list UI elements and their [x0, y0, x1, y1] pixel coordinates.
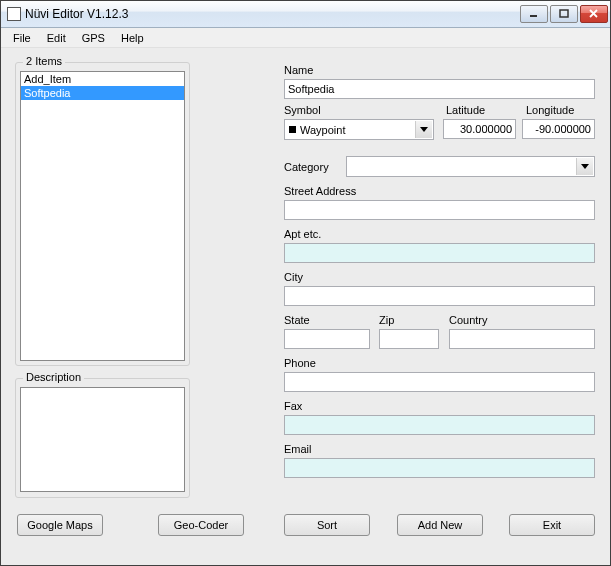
description-label: Description	[23, 371, 84, 383]
name-input[interactable]	[284, 79, 595, 99]
app-icon	[7, 7, 21, 21]
menubar: File Edit GPS Help	[1, 28, 610, 48]
menu-gps[interactable]: GPS	[74, 30, 113, 46]
description-textarea[interactable]	[20, 387, 185, 492]
items-count-label: 2 Items	[23, 55, 65, 67]
google-maps-button[interactable]: Google Maps	[17, 514, 103, 536]
symbol-value: Waypoint	[300, 124, 345, 136]
client-area: 2 Items Add_Item Softpedia Description N…	[1, 48, 610, 566]
chevron-down-icon	[576, 158, 593, 175]
email-input[interactable]	[284, 458, 595, 478]
maximize-button[interactable]	[550, 5, 578, 23]
menu-file[interactable]: File	[5, 30, 39, 46]
zip-label: Zip	[379, 314, 394, 326]
state-input[interactable]	[284, 329, 370, 349]
fax-input[interactable]	[284, 415, 595, 435]
city-input[interactable]	[284, 286, 595, 306]
apt-input[interactable]	[284, 243, 595, 263]
street-input[interactable]	[284, 200, 595, 220]
country-input[interactable]	[449, 329, 595, 349]
minimize-button[interactable]	[520, 5, 548, 23]
svg-rect-1	[560, 10, 568, 17]
list-item[interactable]: Add_Item	[21, 72, 184, 86]
latitude-input[interactable]	[443, 119, 516, 139]
close-button[interactable]	[580, 5, 608, 23]
menu-edit[interactable]: Edit	[39, 30, 74, 46]
symbol-label: Symbol	[284, 104, 321, 116]
longitude-input[interactable]	[522, 119, 595, 139]
list-item[interactable]: Softpedia	[21, 86, 184, 100]
symbol-combo[interactable]: Waypoint	[284, 119, 434, 140]
sort-button[interactable]: Sort	[284, 514, 370, 536]
city-label: City	[284, 271, 303, 283]
svg-marker-5	[581, 164, 589, 169]
phone-label: Phone	[284, 357, 316, 369]
street-label: Street Address	[284, 185, 356, 197]
fax-label: Fax	[284, 400, 302, 412]
apt-label: Apt etc.	[284, 228, 321, 240]
name-label: Name	[284, 64, 313, 76]
country-label: Country	[449, 314, 488, 326]
phone-input[interactable]	[284, 372, 595, 392]
add-new-button[interactable]: Add New	[397, 514, 483, 536]
email-label: Email	[284, 443, 312, 455]
window-controls	[520, 5, 608, 23]
items-group: 2 Items Add_Item Softpedia	[15, 62, 190, 366]
state-label: State	[284, 314, 310, 326]
maximize-icon	[559, 9, 569, 19]
close-icon	[589, 9, 599, 19]
category-label: Category	[284, 161, 329, 173]
exit-button[interactable]: Exit	[509, 514, 595, 536]
category-combo[interactable]	[346, 156, 595, 177]
description-group: Description	[15, 378, 190, 498]
minimize-icon	[529, 9, 539, 19]
menu-help[interactable]: Help	[113, 30, 152, 46]
svg-marker-4	[420, 127, 428, 132]
zip-input[interactable]	[379, 329, 439, 349]
titlebar: Nüvi Editor V1.12.3	[1, 1, 610, 28]
window-title: Nüvi Editor V1.12.3	[25, 7, 520, 21]
longitude-label: Longitude	[526, 104, 574, 116]
items-listbox[interactable]: Add_Item Softpedia	[20, 71, 185, 361]
waypoint-icon	[289, 126, 296, 133]
chevron-down-icon	[415, 121, 432, 138]
geo-coder-button[interactable]: Geo-Coder	[158, 514, 244, 536]
latitude-label: Latitude	[446, 104, 485, 116]
